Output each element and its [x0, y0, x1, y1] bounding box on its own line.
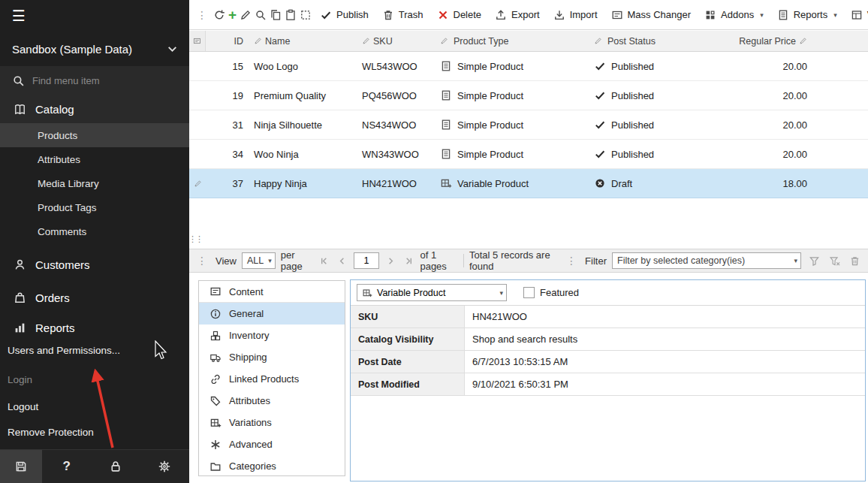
add-product-button[interactable]: + — [228, 5, 237, 25]
hamburger-menu-button[interactable]: ☰ — [0, 0, 189, 32]
addons-dropdown-button[interactable]: Addons ▾ — [699, 5, 769, 26]
product-row[interactable]: 34 Woo Ninja WN343WOO Simple Product Pub… — [189, 140, 868, 169]
store-button[interactable] — [0, 450, 42, 483]
variations-icon — [209, 417, 222, 429]
clear-filter-button[interactable] — [827, 253, 842, 268]
sidebar: ☰ Sandbox (Sample Data) Catalog Products… — [0, 0, 189, 483]
column-header-sku[interactable]: SKU — [356, 31, 436, 51]
delete-filter-button[interactable] — [847, 253, 862, 268]
page-number-input[interactable] — [354, 252, 379, 269]
view-dropdown-button[interactable]: View ▾ — [845, 5, 868, 26]
sidebar-item-customers[interactable]: Customers — [0, 248, 189, 281]
last-page-button[interactable] — [402, 253, 415, 268]
settings-button[interactable] — [143, 460, 185, 473]
filter-drag-handle[interactable]: ⋮ — [565, 255, 580, 267]
row-marker — [189, 81, 206, 110]
tab-advanced[interactable]: Advanced — [199, 433, 345, 455]
sidebar-item-logout[interactable]: Logout — [0, 397, 189, 416]
category-filter-dropdown[interactable]: Filter by selected category(ies) ▾ — [612, 252, 801, 269]
column-header-post-status[interactable]: Post Status — [589, 31, 732, 51]
cell-sku: WL543WOO — [356, 52, 436, 80]
column-header-regular-price[interactable]: Regular Price — [732, 31, 816, 51]
sidebar-item-attributes[interactable]: Attributes — [0, 147, 189, 171]
published-check-icon — [594, 60, 606, 72]
export-button[interactable]: Export — [490, 5, 545, 26]
trash-button[interactable]: Trash — [377, 5, 429, 26]
delete-button[interactable]: Delete — [432, 5, 487, 26]
tab-variations[interactable]: Variations — [199, 412, 345, 433]
pager-drag-handle[interactable]: ⋮ — [195, 255, 210, 267]
detail-tabs-panel: Content General Inventory Shipping Linke… — [198, 280, 345, 476]
caret-down-icon: ▾ — [499, 289, 503, 297]
tab-general[interactable]: General — [199, 303, 345, 325]
sidebar-item-catalog[interactable]: Catalog — [0, 95, 189, 123]
tab-inventory[interactable]: Inventory — [199, 325, 345, 346]
sidebar-item-product-tags[interactable]: Product Tags — [0, 195, 189, 219]
previous-page-button[interactable] — [336, 253, 348, 268]
sidebar-item-remove-protection[interactable]: Remove Protection — [0, 422, 189, 442]
caret-down-icon: ▾ — [760, 11, 764, 19]
tab-attributes[interactable]: Attributes — [199, 390, 345, 412]
product-row[interactable]: 31 Ninja Silhouette NS434WOO Simple Prod… — [189, 110, 868, 140]
store-selector[interactable]: Sandbox (Sample Data) — [0, 32, 189, 66]
property-value[interactable]: Shop and search results — [465, 328, 865, 350]
product-type-dropdown[interactable]: Variable Product ▾ — [357, 284, 507, 301]
edit-pencil-icon — [362, 37, 370, 45]
cell-regular-price: 20.00 — [732, 52, 816, 80]
help-button[interactable]: ? — [46, 459, 88, 474]
sidebar-item-products[interactable]: Products — [0, 123, 189, 147]
previous-page-icon — [336, 255, 348, 267]
sidebar-item-orders[interactable]: Orders — [0, 281, 189, 314]
column-header-product-type[interactable]: Product Type — [436, 31, 589, 51]
row-marker — [189, 169, 206, 198]
mass-changer-button[interactable]: Mass Changer — [606, 5, 697, 26]
product-row-selected[interactable]: 37 Happy Ninja HN421WOO Variable Product… — [189, 169, 868, 198]
select-button[interactable] — [300, 5, 312, 25]
property-value[interactable]: 9/10/2021 6:50:31 PM — [465, 373, 865, 395]
lock-button[interactable] — [95, 460, 137, 473]
apply-filter-button[interactable] — [806, 253, 821, 268]
column-header-id[interactable]: ID — [206, 31, 249, 51]
property-label: SKU — [351, 306, 465, 328]
toolbar-drag-handle[interactable]: ⋮ — [195, 9, 210, 21]
page-size-dropdown[interactable]: ALL ▾ — [242, 252, 276, 269]
row-marker — [189, 140, 206, 168]
splitter-handle[interactable]: ⋮⋮ — [188, 234, 202, 244]
tab-shipping[interactable]: Shipping — [199, 346, 345, 368]
detail-controls: Variable Product ▾ Featured — [351, 280, 865, 305]
edit-button[interactable] — [240, 5, 252, 25]
sidebar-item-media-library[interactable]: Media Library — [0, 171, 189, 195]
tab-content[interactable]: Content — [199, 281, 345, 303]
product-row[interactable]: 19 Premium Quality PQ456WOO Simple Produ… — [189, 81, 868, 110]
tab-linked-products[interactable]: Linked Products — [199, 368, 345, 390]
cell-product-type: Simple Product — [436, 140, 589, 168]
column-header-name[interactable]: Name — [249, 31, 356, 51]
reports-dropdown-button[interactable]: Reports ▾ — [772, 5, 842, 26]
tab-categories[interactable]: Categories — [199, 455, 345, 476]
column-chooser-button[interactable] — [189, 31, 206, 51]
publish-button[interactable]: Publish — [315, 5, 374, 26]
draft-icon — [594, 177, 606, 189]
search-icon — [12, 74, 25, 87]
sidebar-item-users-and-permissions[interactable]: Users and Permissions... — [0, 341, 189, 359]
import-button[interactable]: Import — [548, 5, 603, 26]
cell-post-status: Published — [589, 52, 732, 80]
refresh-button[interactable] — [213, 5, 225, 25]
product-row[interactable]: 15 Woo Logo WL543WOO Simple Product Publ… — [189, 52, 868, 81]
cell-sku: NS434WOO — [356, 110, 436, 139]
search-button[interactable] — [255, 5, 267, 25]
property-value[interactable]: HN421WOO — [465, 306, 865, 328]
caret-down-icon: ▾ — [268, 257, 272, 264]
cell-name: Woo Logo — [249, 52, 356, 80]
sidebar-item-comments[interactable]: Comments — [0, 219, 189, 243]
featured-checkbox[interactable] — [523, 287, 535, 298]
sidebar-item-reports[interactable]: Reports — [0, 314, 189, 341]
paste-button[interactable] — [285, 5, 297, 25]
first-page-button[interactable] — [318, 253, 331, 268]
funnel-clear-icon — [829, 255, 840, 267]
property-value[interactable]: 6/7/2013 10:53:15 AM — [465, 351, 865, 373]
next-page-button[interactable] — [384, 253, 397, 268]
menu-search-input[interactable] — [32, 75, 160, 86]
copy-button[interactable] — [270, 5, 282, 25]
last-page-icon — [403, 255, 414, 267]
